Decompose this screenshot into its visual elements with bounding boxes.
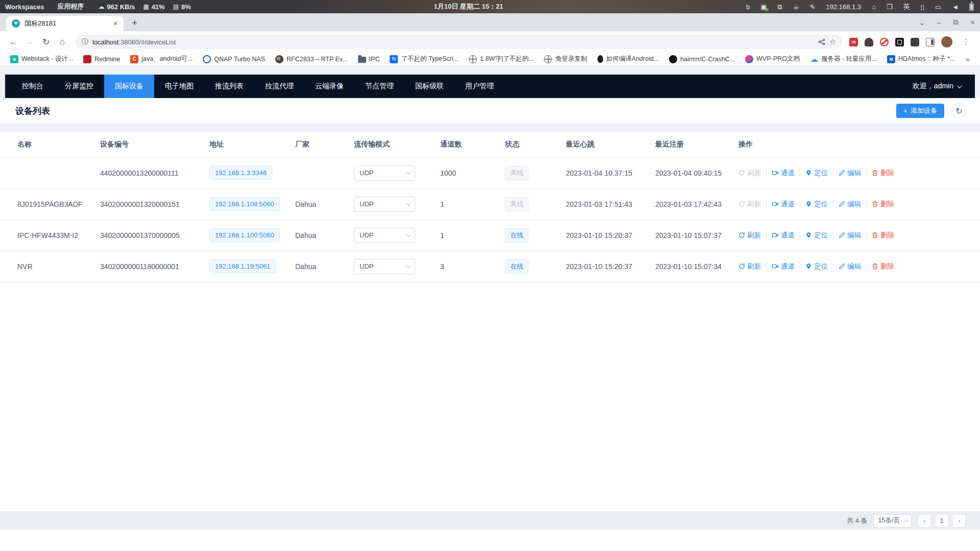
bookmark-item[interactable]: ≋ Webstack - 设计... [7,54,76,64]
windows-icon[interactable]: ❐ [887,4,893,10]
bookmark-star-icon[interactable]: ☆ [829,37,836,46]
back-button[interactable]: ← [6,37,20,47]
stream-mode-select[interactable]: UDP [354,228,415,243]
nav-tab[interactable]: 控制台 [11,75,54,98]
tab-close-icon[interactable]: × [111,19,119,28]
display-icon[interactable]: ▭ [935,4,941,10]
extension-icon[interactable] [941,36,952,47]
nav-tab[interactable]: 云端录像 [304,75,354,98]
bookmark-item[interactable]: C java、android可... [127,54,196,64]
bookmark-item[interactable]: 1.8W字|了不起的... [466,54,537,64]
stream-mode-select[interactable]: UDP [354,165,415,181]
applications-menu[interactable]: 应用程序 [57,2,84,11]
bing-icon[interactable]: b [746,4,750,10]
extension-icon[interactable] [880,38,889,46]
row-channels-button[interactable]: 通道 [772,262,795,271]
bookmark-item[interactable]: QNAP Turbo NAS [200,54,268,64]
share-icon[interactable] [818,38,825,45]
workspaces-button[interactable]: Workspaces [5,3,44,11]
address-pill[interactable]: 192.168.1.108:5060 [209,197,280,211]
bookmark-item[interactable]: 知 了不起的 TypeScri... [387,54,462,64]
bookmark-item[interactable]: 如何编译Android... [594,54,662,64]
window-control-button[interactable]: ⌄ [919,18,925,27]
reload-button[interactable]: ↻ [39,37,53,47]
ip-address[interactable]: 192.168.1.3 [826,3,861,11]
bookmark-item[interactable]: hairrrrr/C-CrashC... [666,54,738,64]
extension-icon[interactable]: JS [849,38,858,46]
row-refresh-button[interactable]: 刷新 [738,262,761,271]
page-size-select[interactable]: 15条/页 [874,514,912,528]
clipboard-icon[interactable]: ⧉ [778,4,782,10]
row-delete-button[interactable]: 删除 [872,200,894,209]
row-edit-button[interactable]: 编辑 [839,200,861,209]
extension-icon[interactable] [926,38,935,46]
window-control-button[interactable]: × [971,18,975,27]
browser-home-button[interactable]: ⌂ [55,37,69,47]
home-icon[interactable]: ⌂ [872,4,876,10]
nav-tab[interactable]: 推流列表 [204,75,254,98]
row-refresh-button[interactable]: 刷新 [738,231,761,240]
browser-tab[interactable]: 国标28181 × [6,16,124,31]
nav-tab[interactable]: 拉流代理 [254,75,304,98]
new-tab-button[interactable]: + [129,17,140,29]
row-channels-button[interactable]: 通道 [772,169,795,178]
battery-icon[interactable] [969,3,974,11]
bookmark-item[interactable]: Redmine [80,54,123,64]
row-edit-button[interactable]: 编辑 [839,231,861,240]
address-pill[interactable]: 192.168.1.3:3346 [209,166,272,180]
row-refresh-button[interactable]: 刷新 [738,169,761,178]
row-locate-button[interactable]: 定位 [805,231,828,240]
address-pill[interactable]: 192.168.1.100:5060 [209,228,280,242]
bookmarks-overflow-icon[interactable]: » [963,55,973,63]
row-delete-button[interactable]: 删除 [872,231,894,240]
url-text[interactable]: localhost:38080/#/deviceList [92,38,814,46]
window-control-button[interactable]: ⧉ [953,18,959,27]
row-locate-button[interactable]: 定位 [805,169,828,178]
refresh-list-button[interactable]: ↻ [951,103,967,118]
address-bar[interactable]: ⓘ localhost:38080/#/deviceList ☆ [76,35,842,49]
stream-mode-select[interactable]: UDP [354,259,415,274]
row-edit-button[interactable]: 编辑 [839,169,861,178]
bookmark-item[interactable]: ☁ 服务器 - 轻量应用... [807,54,880,64]
row-locate-button[interactable]: 定位 [805,200,828,209]
nav-tab[interactable]: 国标级联 [404,75,455,98]
screenshot-icon[interactable]: ▣ [760,4,767,10]
row-delete-button[interactable]: 删除 [872,262,894,271]
input-method-indicator[interactable]: 英 [903,2,910,11]
user-menu[interactable]: 欢迎，admin [913,82,975,91]
row-delete-button[interactable]: 删除 [872,169,894,178]
row-refresh-button[interactable]: 刷新 [738,200,761,209]
window-control-button[interactable]: – [937,18,941,27]
row-channels-button[interactable]: 通道 [772,231,795,240]
bookmark-item[interactable]: 免登录复制 [541,54,590,64]
bookmark-item[interactable]: IPC [355,54,383,64]
address-pill[interactable]: 192.168.1.19:5061 [209,259,276,273]
nav-tab[interactable]: 用户管理 [455,75,505,98]
browser-menu-icon[interactable]: ⋮ [959,37,973,46]
color-picker-icon[interactable]: ✎ [810,4,816,10]
forward-button[interactable]: → [22,37,37,47]
row-channels-button[interactable]: 通道 [772,200,795,209]
bookmark-item[interactable]: WVP-PRO文档 [742,54,803,64]
site-info-icon[interactable]: ⓘ [82,37,88,46]
nav-tab[interactable]: 国标设备 [104,75,154,98]
speaker-icon[interactable]: ◄ [952,4,959,10]
row-edit-button[interactable]: 编辑 [839,262,861,271]
nav-tab[interactable]: 分屏监控 [54,75,104,98]
stream-mode-select[interactable]: UDP [354,197,415,212]
add-device-button[interactable]: + 添加设备 [896,104,944,118]
phone-link-icon[interactable]: ▯ [921,4,924,10]
bookmark-item[interactable]: RFC2833 – RTP Ev... [272,54,351,64]
next-page-button[interactable]: › [952,514,966,528]
nav-tab[interactable]: 电子地图 [154,75,204,98]
extension-icon[interactable] [895,38,904,46]
clock[interactable]: 1月10日 星期二 15：21 [191,2,746,11]
row-locate-button[interactable]: 定位 [805,262,828,271]
coffee-icon[interactable]: ☕ [793,4,799,10]
extension-icon[interactable] [865,38,873,46]
current-page-button[interactable]: 1 [935,514,948,528]
bookmark-item[interactable]: N HDAtmos :: 种子 *... [884,54,958,64]
extension-icon[interactable] [911,38,919,46]
prev-page-button[interactable]: ‹ [918,514,931,528]
nav-tab[interactable]: 节点管理 [354,75,404,98]
